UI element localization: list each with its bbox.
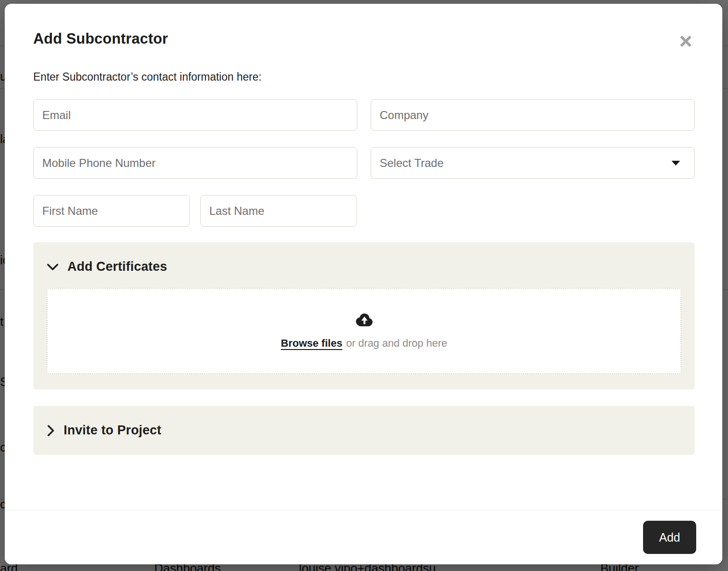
add-certificates-toggle[interactable]: Add Certificates [47, 259, 681, 274]
first-name-input[interactable] [33, 195, 190, 227]
chevron-right-icon [47, 424, 55, 437]
chevron-down-icon [47, 263, 59, 271]
trade-select[interactable]: Select Trade [371, 147, 695, 179]
mobile-phone-input[interactable] [33, 147, 357, 179]
name-row [33, 195, 357, 227]
modal-header: Add Subcontractor [33, 30, 695, 52]
modal-footer: Add [5, 510, 722, 564]
contact-form: Select Trade [33, 99, 695, 227]
certificate-dropzone[interactable]: Browse filesor drag and drop here [47, 288, 681, 374]
company-input[interactable] [371, 99, 695, 131]
invite-to-project-label: Invite to Project [64, 423, 161, 438]
email-input[interactable] [33, 99, 357, 131]
drag-drop-hint: or drag and drop here [346, 337, 447, 349]
cloud-upload-icon [355, 313, 373, 329]
invite-to-project-toggle[interactable]: Invite to Project [47, 423, 161, 438]
close-button[interactable] [677, 32, 695, 52]
trade-select-value: Select Trade [380, 157, 444, 170]
dropzone-text: Browse filesor drag and drop here [281, 337, 447, 350]
modal-subtitle: Enter Subcontractor’s contact informatio… [33, 71, 695, 83]
add-certificates-section: Add Certificates [33, 242, 695, 389]
last-name-input[interactable] [200, 195, 357, 227]
modal-title: Add Subcontractor [33, 30, 168, 47]
add-certificates-label: Add Certificates [67, 259, 167, 274]
invite-to-project-section: Invite to Project [33, 406, 695, 455]
add-subcontractor-modal: Add Subcontractor Enter Subcontractor’s … [5, 4, 722, 564]
browse-files-link[interactable]: Browse files [281, 337, 343, 349]
caret-down-icon [672, 161, 680, 166]
close-icon [679, 43, 693, 50]
add-button[interactable]: Add [643, 521, 696, 554]
